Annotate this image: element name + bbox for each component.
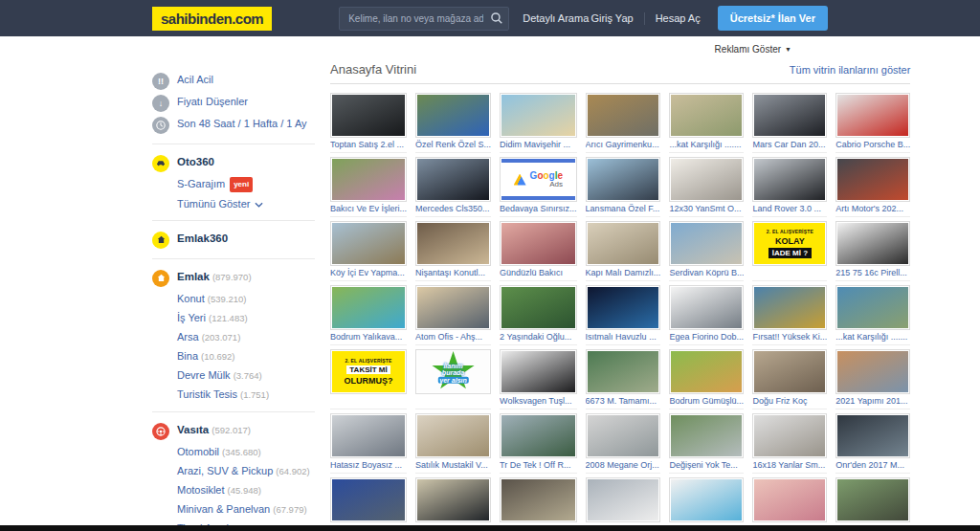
listing-card[interactable]: 2. EL ALIŞVERİŞTEKOLAYİADE Mİ ? [752,221,827,285]
listing-thumbnail[interactable] [330,93,407,138]
listing-card[interactable]: 2022 Model Çoc... [669,477,744,531]
sidebar-item-bina[interactable]: Bina(10.692) [177,346,315,365]
listing-thumbnail[interactable] [752,413,827,458]
listing-thumbnail[interactable] [500,221,577,266]
listing-card[interactable]: 6673 M. Tamamı... [586,349,661,413]
listing-thumbnail[interactable] [669,93,744,138]
listing-thumbnail[interactable] [500,477,577,522]
listing-thumbnail[interactable] [500,413,577,458]
listing-thumbnail[interactable] [415,413,491,458]
listing-card[interactable]: Bodrum Yalıkava... [330,285,407,349]
listing-card[interactable]: 2021 Yapımı 201... [835,349,910,413]
listing-card[interactable]: 2. EL ALIŞVERİŞTETAKSİT MİOLURMUŞ? [330,349,407,413]
listing-thumbnail[interactable] [415,477,491,522]
listing-card[interactable]: Kapı Malı Damızlı... [586,221,661,285]
listing-card[interactable]: Nişantaşı Konutl... [415,221,491,285]
listing-card[interactable]: Mars Car Dan 20... [752,93,827,157]
site-logo[interactable]: sahibinden.com [152,7,272,31]
listing-thumbnail[interactable] [586,349,661,394]
listing-thumbnail[interactable] [835,413,910,458]
listing-thumbnail[interactable] [669,349,744,394]
listing-thumbnail[interactable] [835,221,910,266]
show-all-listings-link[interactable]: Tüm vitrin ilanlarını göster [790,64,911,76]
listing-card[interactable]: Mercedes Cls350... [415,157,491,221]
listing-thumbnail[interactable] [500,349,577,394]
listing-card[interactable]: 215 75 16c Pirell... [835,221,910,285]
listing-card[interactable]: 2 Yaşındaki Oğlu... [500,285,577,349]
sidebar-item-acil-acil[interactable]: !!Acil Acil [152,70,315,92]
listing-card[interactable]: Köy İçi Ev Yapma... [330,221,407,285]
ads-visibility-toggle[interactable]: Reklamı Göster ▼ [715,44,791,55]
listing-card[interactable]: Tr De Tek ! Off R... [500,413,577,477]
listing-card[interactable]: Toptan Satış 2.el ... [330,93,407,157]
listing-thumbnail[interactable] [586,221,661,266]
sidebar-item-fiyatı-düşenler[interactable]: ↓Fiyatı Düşenler [152,92,315,114]
google-ads-banner[interactable]: GoogleAds [500,157,577,202]
sidebar-item-arazi-suv-pickup[interactable]: Arazi, SUV & Pickup(64.902) [177,461,315,480]
listing-thumbnail[interactable] [835,93,910,138]
listing-thumbnail[interactable] [586,157,661,202]
listing-thumbnail[interactable] [586,477,661,522]
listing-thumbnail[interactable] [752,93,827,138]
sidebar-item-turistik-tesis[interactable]: Turistik Tesis(1.751) [177,385,315,404]
listing-thumbnail[interactable] [586,93,661,138]
listing-card[interactable]: Değişeni Yok Te... [669,413,744,477]
listing-thumbnail[interactable] [669,157,744,202]
listing-thumbnail[interactable] [415,285,491,330]
listing-card[interactable]: Isıtmalı Havuzlu ... [586,285,661,349]
listing-thumbnail[interactable] [752,157,827,202]
listing-card[interactable]: İlanımburadayer alsın [415,349,491,413]
listing-card[interactable]: Serdivan Köprü B... [669,221,744,285]
promo-banner[interactable]: 2. EL ALIŞVERİŞTEKOLAYİADE Mİ ? [752,221,827,266]
listing-thumbnail[interactable] [835,477,910,522]
listing-card[interactable]: Atom Ofis - Ahş... [415,285,491,349]
listing-card[interactable]: 4 Mevsim Tatil Fı... [500,477,577,531]
sidebar-item-emlak[interactable]: Emlak(879.970) [152,267,315,289]
listing-thumbnail[interactable] [500,285,577,330]
listing-thumbnail[interactable] [330,477,407,522]
search-icon[interactable] [490,11,503,29]
login-link[interactable]: Giriş Yap [590,12,633,24]
sidebar-item-vasıta[interactable]: Vasıta(592.017) [152,420,315,442]
sidebar-item-minivan-panelvan[interactable]: Minivan & Panelvan(67.979) [177,499,315,519]
listing-card[interactable]: Satılık Mustakil V... [415,413,491,477]
listing-card[interactable]: Gündüzlü Bakıcı [500,221,577,285]
promo-banner[interactable]: 2. EL ALIŞVERİŞTETAKSİT MİOLURMUŞ? [330,349,407,394]
listing-thumbnail[interactable] [330,285,407,330]
post-ad-button[interactable]: Ücretsiz* İlan Ver [718,6,828,31]
listing-card[interactable]: ...kat Karşılığı ....... [669,93,744,157]
sidebar-item-otomobil[interactable]: Otomobil(345.680) [177,442,315,461]
listing-card[interactable]: 12x30 YanSmt O... [669,157,744,221]
listing-thumbnail[interactable] [669,477,744,522]
listing-thumbnail[interactable] [752,477,827,522]
sidebar-item-devre-mülk[interactable]: Devre Mülk(3.764) [177,365,315,385]
listing-thumbnail[interactable] [415,157,491,202]
listing-card[interactable]: Onr'den 2017 M... [835,413,910,477]
listing-thumbnail[interactable] [835,285,910,330]
sidebar-item-i-ş-yeri[interactable]: İş Yeri(121.483) [177,308,315,327]
listing-thumbnail[interactable] [835,349,910,394]
listing-card[interactable]: Fırsat!! Yüksek Ki... [752,285,827,349]
sidebar-item-motosiklet[interactable]: Motosiklet(45.948) [177,480,315,499]
sidebar-item-emlak360[interactable]: Emlak360 [152,229,315,251]
listing-card[interactable]: Cabrio Porsche B... [835,93,910,157]
listing-card[interactable]: Wolksvagen Tuşl... [500,349,577,413]
listing-card[interactable]: Esas Oto'danhata... [586,477,661,531]
listing-card[interactable]: Boğaziçili Hocad... [835,477,910,531]
listing-thumbnail[interactable] [330,157,407,202]
listing-thumbnail[interactable] [415,221,491,266]
promo-star-banner[interactable]: İlanımburadayer alsın [415,349,491,394]
sidebar-item-konut[interactable]: Konut(539.210) [177,289,315,308]
search-input[interactable] [339,7,509,31]
listing-thumbnail[interactable] [415,93,491,138]
listing-thumbnail[interactable] [330,221,407,266]
listing-card[interactable]: 2008 Megane Orj... [586,413,661,477]
sidebar-item-son-48-saat-1-hafta-1-ay[interactable]: Son 48 Saat / 1 Hafta / 1 Ay [152,114,315,136]
listing-thumbnail[interactable] [330,413,407,458]
listing-card[interactable]: Doğu Friz Koç [752,349,827,413]
listing-card[interactable]: Didim Mavişehir ... [500,93,577,157]
listing-card[interactable]: Hatasız Boyasız ... [330,413,407,477]
sidebar-item-tümünü-göster[interactable]: Tümünü Göster [177,194,315,212]
sidebar-item-arsa[interactable]: Arsa(203.071) [177,327,315,346]
listing-card[interactable]: Artı Motor's 202... [835,157,910,221]
